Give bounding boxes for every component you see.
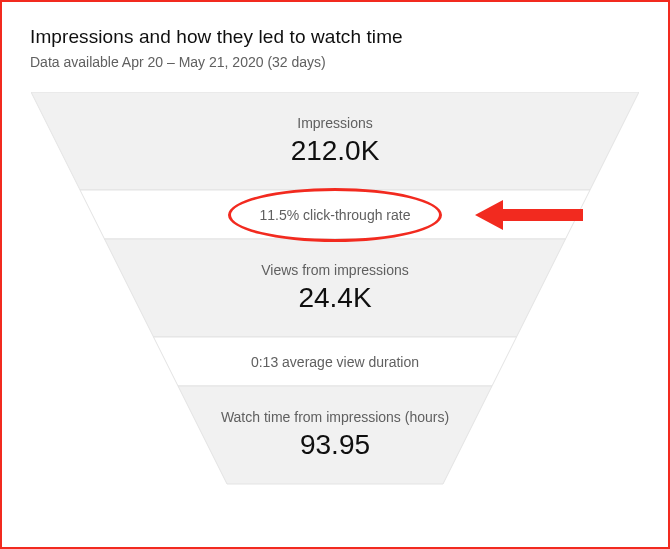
avd-label: 0:13 average view duration (251, 354, 419, 370)
impressions-value: 212.0K (291, 135, 380, 167)
watchtime-value: 93.95 (300, 429, 370, 461)
date-range-label: Data available Apr 20 – May 21, 2020 (32… (30, 54, 640, 70)
ctr-label: 11.5% click-through rate (260, 207, 411, 223)
funnel-stage-impressions: Impressions 212.0K (31, 92, 639, 190)
funnel-chart: Impressions 212.0K 11.5% click-through r… (2, 80, 668, 520)
views-label: Views from impressions (261, 262, 409, 278)
watchtime-label: Watch time from impressions (hours) (221, 409, 449, 425)
card-title: Impressions and how they led to watch ti… (30, 26, 640, 48)
impressions-label: Impressions (297, 115, 372, 131)
funnel-stage-views: Views from impressions 24.4K (31, 239, 639, 337)
funnel-stage-watchtime: Watch time from impressions (hours) 93.9… (31, 386, 639, 484)
card-header: Impressions and how they led to watch ti… (2, 2, 668, 80)
funnel-stage-avd: 0:13 average view duration (31, 337, 639, 386)
views-value: 24.4K (298, 282, 371, 314)
funnel-stage-ctr: 11.5% click-through rate (31, 190, 639, 239)
